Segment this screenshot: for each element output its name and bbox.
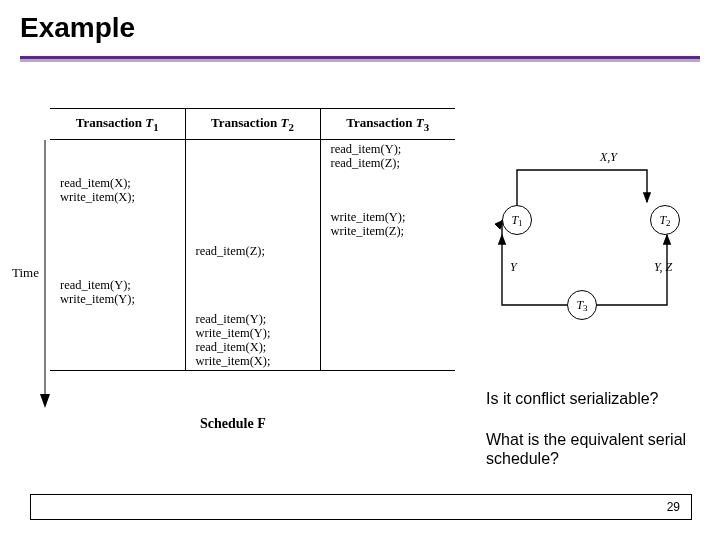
- schedule-caption: Schedule F: [200, 416, 266, 432]
- cell: write_item(Y);write_item(Z);: [320, 208, 455, 242]
- question-1: Is it conflict serializable?: [486, 390, 659, 408]
- slide: Example Time Transaction T1 Transaction …: [0, 0, 720, 540]
- cell: read_item(Y);read_item(Z);: [320, 139, 455, 174]
- cell: read_item(Y);write_item(Y);: [50, 276, 185, 310]
- cell: [185, 208, 320, 242]
- edge-label-t3-t2: Y, Z: [654, 260, 672, 275]
- schedule-table: Transaction T1 Transaction T2 Transactio…: [50, 108, 455, 371]
- table-header-row: Transaction T1 Transaction T2 Transactio…: [50, 109, 455, 140]
- cell: [50, 242, 185, 276]
- svg-marker-1: [40, 394, 50, 408]
- col-header-t3: Transaction T3: [320, 109, 455, 140]
- cell: read_item(Z);: [185, 242, 320, 276]
- schedule-body: read_item(Y);read_item(Z);read_item(X);w…: [50, 139, 455, 370]
- footer-box: [30, 494, 692, 520]
- table-row: read_item(Z);: [50, 242, 455, 276]
- cell: [185, 174, 320, 208]
- question-2: What is the equivalent serial schedule?: [486, 430, 696, 468]
- cell: read_item(Y);write_item(Y);read_item(X);…: [185, 310, 320, 371]
- edge-label-t1-t2: X,Y: [600, 150, 617, 165]
- cell: [320, 242, 455, 276]
- cell: [320, 310, 455, 371]
- cell: [185, 139, 320, 174]
- time-arrow-icon: [40, 140, 50, 410]
- cell: [50, 139, 185, 174]
- title-rule: [20, 56, 700, 62]
- time-axis-label: Time: [12, 265, 39, 281]
- rule-bottom: [20, 59, 700, 62]
- slide-title: Example: [20, 12, 135, 44]
- col-header-t2: Transaction T2: [185, 109, 320, 140]
- cell: [320, 174, 455, 208]
- cell: [185, 276, 320, 310]
- table-row: read_item(Y);write_item(Y);read_item(X);…: [50, 310, 455, 371]
- edge-label-t3-t1: Y: [510, 260, 517, 275]
- table-row: write_item(Y);write_item(Z);: [50, 208, 455, 242]
- cell: [320, 276, 455, 310]
- col-header-t1: Transaction T1: [50, 109, 185, 140]
- graph-node-t2: T2: [650, 205, 680, 235]
- table-row: read_item(Y);read_item(Z);: [50, 139, 455, 174]
- cell: [50, 310, 185, 371]
- graph-node-t3: T3: [567, 290, 597, 320]
- graph-node-t1: T1: [502, 205, 532, 235]
- page-number: 29: [667, 500, 680, 514]
- cell: [50, 208, 185, 242]
- table-row: read_item(Y);write_item(Y);: [50, 276, 455, 310]
- table-row: read_item(X);write_item(X);: [50, 174, 455, 208]
- cell: read_item(X);write_item(X);: [50, 174, 185, 208]
- precedence-graph: T1 T2 T3 X,Y Y Y, Z: [482, 140, 702, 340]
